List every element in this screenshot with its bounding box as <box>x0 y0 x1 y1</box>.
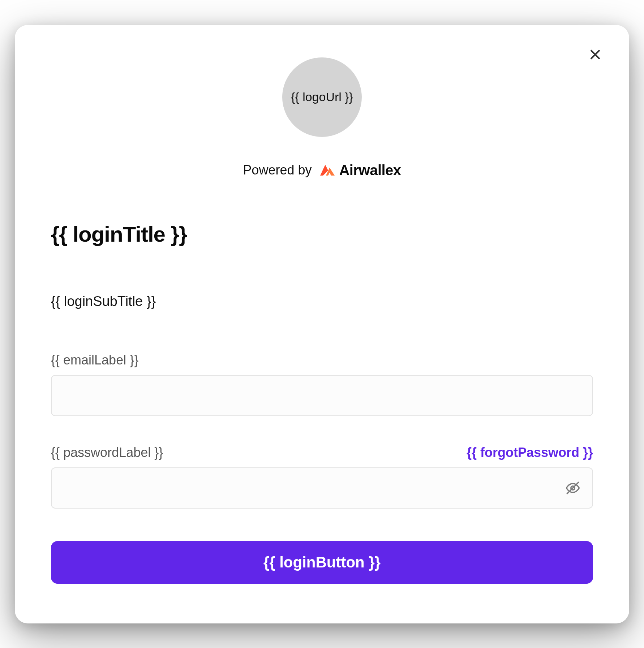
login-subtitle: {{ loginSubTitle }} <box>51 294 593 309</box>
airwallex-mark-icon <box>319 163 335 177</box>
forgot-password-link[interactable]: {{ forgotPassword }} <box>467 445 593 460</box>
login-modal: {{ logoUrl }} Powered by Airwallex {{ lo… <box>15 25 629 623</box>
logo-placeholder-text: {{ logoUrl }} <box>291 90 353 104</box>
logo-placeholder: {{ logoUrl }} <box>282 57 362 137</box>
close-icon <box>589 48 602 61</box>
powered-by-row: Powered by Airwallex <box>243 162 401 178</box>
toggle-password-visibility-button[interactable] <box>564 479 581 497</box>
email-input[interactable] <box>51 375 593 416</box>
password-input[interactable] <box>51 467 593 509</box>
airwallex-logo: Airwallex <box>319 162 401 178</box>
email-label: {{ emailLabel }} <box>51 353 138 368</box>
powered-by-label: Powered by <box>243 163 312 178</box>
login-button[interactable]: {{ loginButton }} <box>51 541 593 584</box>
logo-section: {{ logoUrl }} Powered by Airwallex <box>51 57 593 178</box>
password-field-group: {{ passwordLabel }} {{ forgotPassword }} <box>51 445 593 509</box>
login-title: {{ loginTitle }} <box>51 222 593 247</box>
email-field-group: {{ emailLabel }} <box>51 353 593 416</box>
airwallex-wordmark: Airwallex <box>339 162 401 178</box>
close-button[interactable] <box>587 46 604 63</box>
eye-off-icon <box>565 480 580 496</box>
password-label: {{ passwordLabel }} <box>51 445 163 460</box>
